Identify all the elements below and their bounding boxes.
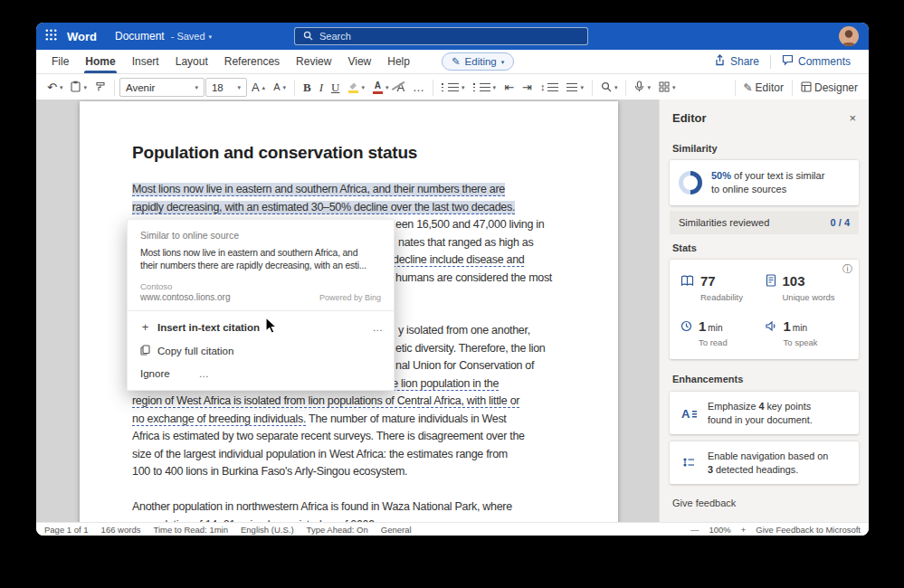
feedback-link[interactable]: Give Feedback to Microsoft <box>756 525 861 535</box>
tab-review[interactable]: Review <box>288 50 339 73</box>
sensitivity-label[interactable]: General <box>381 525 412 535</box>
document-title[interactable]: Document <box>115 30 165 43</box>
editing-mode-button[interactable]: ✎ Editing ▾ <box>442 52 514 71</box>
find-button[interactable]: ▾ <box>597 80 622 96</box>
enh-text-part: Enable navigation based on <box>708 450 828 461</box>
tab-view[interactable]: View <box>339 50 379 73</box>
shrink-font-button[interactable]: A ▾ <box>270 81 290 94</box>
designer-button[interactable]: Designer <box>797 80 861 96</box>
doc-text: etic diversity. Therefore, the lion <box>395 342 546 355</box>
zoom-out-button[interactable]: — <box>690 525 699 535</box>
similarity-card[interactable]: 50% of your text is similar to online so… <box>670 160 859 205</box>
font-size-select[interactable]: 18 ▾ <box>205 78 247 97</box>
share-button[interactable]: Share <box>703 54 770 69</box>
more-options-icon[interactable]: … <box>373 322 384 333</box>
caret-down-icon: ▾ <box>282 84 286 90</box>
type-ahead-indicator[interactable]: Type Ahead: On <box>307 525 368 535</box>
divider <box>114 80 115 96</box>
stat-value: 1 <box>699 318 706 334</box>
navigation-text: Enable navigation based on 3 detected he… <box>708 450 828 476</box>
search-input[interactable]: Search <box>294 27 588 45</box>
paste-button[interactable]: ▾ <box>67 79 90 96</box>
underline-button[interactable]: U <box>328 80 343 95</box>
tab-home[interactable]: Home <box>77 50 123 73</box>
flagged-text[interactable]: Most lions now live in eastern and south… <box>132 183 505 196</box>
line-spacing-button[interactable]: ↕ <box>537 81 563 94</box>
popup-title: Similar to online source <box>140 230 381 241</box>
similarities-reviewed-label: Similarities reviewed <box>679 217 769 228</box>
increase-indent-button[interactable]: ⇥ <box>519 80 536 95</box>
more-options-icon[interactable]: … <box>199 368 210 379</box>
zoom-in-button[interactable]: + <box>741 525 747 535</box>
font-name-select[interactable]: Avenir ▾ <box>119 78 205 97</box>
ellipsis-icon: … <box>413 81 424 93</box>
tab-file[interactable]: File <box>43 50 77 73</box>
stat-unit: min <box>708 323 722 333</box>
doc-line <box>132 481 566 499</box>
book-icon <box>680 274 694 290</box>
similarity-gauge-icon <box>679 171 702 194</box>
enable-navigation-card[interactable]: Enable navigation based on 3 detected he… <box>670 441 859 484</box>
italic-button[interactable]: I <box>316 80 327 95</box>
stat-label: Unique words <box>783 292 835 302</box>
flagged-text[interactable]: decline include disease and <box>393 253 524 267</box>
numbering-button[interactable]: ▾ <box>470 81 500 93</box>
more-formatting-button[interactable]: … <box>409 80 428 95</box>
info-icon[interactable]: ⓘ <box>842 264 852 274</box>
emphasize-key-points-card[interactable]: A Emphasize 4 key points found in your d… <box>670 392 859 434</box>
align-button[interactable]: ▾ <box>563 81 587 93</box>
format-painter-button[interactable] <box>91 80 109 96</box>
clear-formatting-button[interactable]: A <box>393 80 408 95</box>
give-feedback-link[interactable]: Give feedback <box>670 498 859 508</box>
flagged-text[interactable]: region of West Africa is isolated from l… <box>132 394 519 408</box>
undo-button[interactable]: ↶ ▾ <box>43 80 66 95</box>
flagged-text[interactable]: rapidly decreasing, with an estimated 30… <box>132 201 515 214</box>
ignore-button[interactable]: Ignore … <box>128 363 394 384</box>
highlight-button[interactable]: ▾ <box>344 80 368 95</box>
divider <box>735 80 736 96</box>
flagged-text[interactable]: The lion population in the <box>379 377 499 391</box>
document-icon <box>766 274 776 290</box>
word-count[interactable]: 166 words <box>101 525 141 535</box>
quote-line: their numbers there are rapidly decreasi… <box>140 260 381 272</box>
styles-button[interactable]: ▾ <box>655 80 680 96</box>
editor-button[interactable]: ✎ Editor <box>740 81 787 95</box>
insert-citation-button[interactable]: + Insert in-text citation … <box>128 315 394 339</box>
align-icon <box>566 83 577 91</box>
bullets-button[interactable]: ▾ <box>438 81 469 93</box>
grow-font-button[interactable]: A ▴ <box>248 80 269 95</box>
dictate-button[interactable]: ▾ <box>631 79 654 96</box>
chevron-down-icon: ▾ <box>672 84 676 90</box>
close-icon[interactable]: × <box>849 112 856 124</box>
copy-citation-button[interactable]: Copy full citation <box>128 339 394 363</box>
similarity-text: 50% of your text is similar to online so… <box>711 169 824 196</box>
tab-help[interactable]: Help <box>379 50 418 73</box>
tab-layout[interactable]: Layout <box>167 50 216 73</box>
save-status[interactable]: - Saved ▾ <box>171 31 212 42</box>
language-indicator[interactable]: English (U.S.) <box>241 525 294 535</box>
comments-button[interactable]: Comments <box>771 54 861 69</box>
similarity-percentage: 50% <box>711 170 731 181</box>
doc-text: size of the largest individual populatio… <box>132 448 508 460</box>
search-icon <box>303 31 313 43</box>
zoom-level[interactable]: 100% <box>709 525 730 535</box>
tab-references[interactable]: References <box>216 50 288 73</box>
enhancements-section-label: Enhancements <box>672 374 856 384</box>
search-icon <box>601 81 612 94</box>
flagged-text[interactable]: no exchange of breeding individuals. <box>132 413 306 426</box>
tab-insert[interactable]: Insert <box>124 50 167 73</box>
app-launcher-button[interactable] <box>36 23 65 50</box>
decrease-indent-button[interactable]: ⇤ <box>500 80 518 95</box>
bold-button[interactable]: B <box>300 80 315 95</box>
enh-text-part: key points <box>764 401 811 412</box>
chevron-down-icon: ▾ <box>60 84 63 90</box>
stat-value: 77 <box>700 273 716 289</box>
chevron-down-icon: ▾ <box>385 84 389 90</box>
avatar[interactable] <box>839 26 859 46</box>
time-to-read[interactable]: Time to Read: 1min <box>153 525 228 535</box>
page-indicator[interactable]: Page 1 of 1 <box>44 525 89 535</box>
source-url-link[interactable]: www.contoso.lions.org <box>140 292 231 302</box>
font-color-button[interactable]: A ▾ <box>369 80 393 96</box>
similarities-reviewed-count[interactable]: 0 / 4 <box>831 217 850 228</box>
similarities-reviewed-row: Similarities reviewed 0 / 4 <box>670 211 859 234</box>
